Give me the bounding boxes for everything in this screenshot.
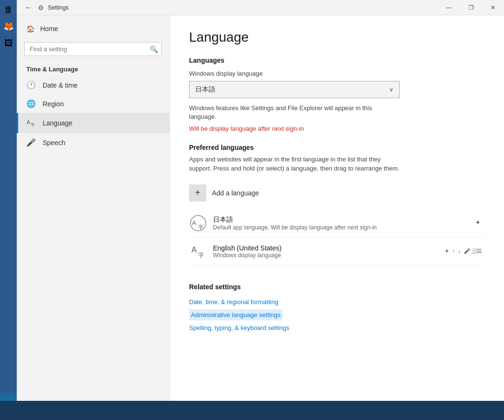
japanese-lang-desc: Default app language, Will be display la… <box>213 224 467 231</box>
language-item-english: A 字 English (United States) Windows disp… <box>189 238 485 266</box>
japanese-lang-name: 日本語 <box>213 216 467 224</box>
add-language-label: Add a language <box>212 189 259 197</box>
sidebar-item-date-time-label: Date & time <box>43 81 78 89</box>
related-settings-title: Related settings <box>189 283 485 291</box>
related-settings: Related settings Date, time, & regional … <box>189 283 485 333</box>
japanese-lang-actions: ✦ <box>472 217 485 229</box>
japanese-lang-info: 日本語 Default app language, Will be displa… <box>213 216 467 231</box>
desktop-icons: 🗑 🦊 🖼 <box>0 0 17 393</box>
preferred-languages-title: Preferred languages <box>189 144 485 151</box>
svg-text:A: A <box>191 246 197 254</box>
svg-text:A: A <box>27 120 30 125</box>
language-item-japanese: A 字 日本語 Default app language, Will be di… <box>189 209 485 238</box>
home-icon: 🏠 <box>26 25 34 33</box>
sidebar-section-title: Time & Language <box>17 60 169 76</box>
search-icon: 🔍 <box>150 45 158 53</box>
settings-window: ← ⚙ Settings — ❐ ✕ 🏠 Home 🔍 Time & Langu… <box>17 0 504 401</box>
add-icon: + <box>189 184 206 202</box>
firefox-icon: 🦊 <box>1 19 16 34</box>
svg-text:✦: ✦ <box>475 219 481 226</box>
sidebar-item-date-time[interactable]: 🕐 Date & time <box>17 76 169 94</box>
recycle-bin-icon: 🗑 <box>1 2 16 17</box>
display-language-value: 日本語 <box>195 85 215 94</box>
sidebar-item-speech-label: Speech <box>43 139 65 147</box>
sidebar-item-region[interactable]: 🌐 Region <box>17 94 169 113</box>
content-area: 🏠 Home 🔍 Time & Language 🕐 Date & time 🌐… <box>17 15 504 401</box>
svg-text:字: 字 <box>198 252 204 259</box>
add-language-button[interactable]: + Add a language <box>189 181 485 205</box>
english-lang-info: English (United States) Windows display … <box>213 244 437 259</box>
english-lang-icon: A 字 <box>189 242 207 261</box>
sidebar-home-label: Home <box>40 25 58 33</box>
sidebar-item-language-label: Language <box>43 119 72 127</box>
svg-text:✦: ✦ <box>445 248 449 254</box>
minimize-button[interactable]: — <box>438 0 460 15</box>
globe-icon: 🌐 <box>26 99 36 108</box>
english-options-icon[interactable]: ✦ ↑ ↓ 🎤 ⬜ ☰ <box>443 245 485 258</box>
display-language-label: Windows display language <box>189 70 485 77</box>
english-lang-desc: Windows display language <box>213 252 437 259</box>
title-bar-title: Settings <box>48 4 68 11</box>
english-lang-actions: ✦ ↑ ↓ 🎤 ⬜ ☰ <box>443 245 485 258</box>
title-bar: ← ⚙ Settings — ❐ ✕ <box>17 0 504 15</box>
display-language-dropdown[interactable]: 日本語 ∨ <box>189 81 400 98</box>
settings-window-icon: ⚙ <box>38 4 44 11</box>
svg-text:↑: ↑ <box>452 248 455 254</box>
page-title: Language <box>189 30 485 45</box>
search-input[interactable] <box>24 42 162 56</box>
close-button[interactable]: ✕ <box>482 0 504 15</box>
microphone-icon: 🎤 <box>26 138 36 147</box>
svg-text:🎤: 🎤 <box>464 248 470 254</box>
svg-text:字: 字 <box>198 224 203 230</box>
language-icon: A 字 <box>26 118 36 128</box>
svg-text:☰: ☰ <box>477 248 482 254</box>
display-language-link[interactable]: Will be display language after next sign… <box>189 125 485 132</box>
title-bar-controls: — ❐ ✕ <box>438 0 504 15</box>
clock-icon: 🕐 <box>26 80 36 90</box>
related-link-spelling[interactable]: Spelling, typing, & keyboard settings <box>189 322 485 333</box>
chevron-down-icon: ∨ <box>389 86 393 93</box>
preferred-languages-desc: Apps and websites will appear in the fir… <box>189 155 404 172</box>
main-content: Language Languages Windows display langu… <box>170 15 504 401</box>
sidebar-item-region-label: Region <box>43 100 64 108</box>
sidebar-item-home[interactable]: 🏠 Home <box>17 19 169 38</box>
display-language-note: Windows features like Settings and File … <box>189 104 400 121</box>
english-lang-name: English (United States) <box>213 244 437 252</box>
languages-section-title: Languages <box>189 57 485 64</box>
image-assistant-icon: 🖼 <box>1 36 16 50</box>
svg-text:字: 字 <box>31 123 34 126</box>
sidebar: 🏠 Home 🔍 Time & Language 🕐 Date & time 🌐… <box>17 15 170 401</box>
taskbar <box>0 401 504 420</box>
related-link-date-time[interactable]: Date, time, & regional formatting <box>189 296 485 307</box>
japanese-move-icon[interactable]: ✦ <box>472 217 485 229</box>
sidebar-search: 🔍 <box>24 42 162 56</box>
svg-text:A: A <box>192 219 196 227</box>
sidebar-item-speech[interactable]: 🎤 Speech <box>17 133 169 152</box>
related-link-admin-language[interactable]: Administrative language settings <box>189 309 282 320</box>
restore-button[interactable]: ❐ <box>460 0 482 15</box>
sidebar-item-language[interactable]: A 字 Language <box>17 113 169 133</box>
back-button[interactable]: ← <box>22 1 34 14</box>
title-bar-left: ← ⚙ Settings <box>22 1 68 14</box>
svg-text:↓: ↓ <box>458 248 461 254</box>
japanese-lang-icon: A 字 <box>189 214 207 232</box>
